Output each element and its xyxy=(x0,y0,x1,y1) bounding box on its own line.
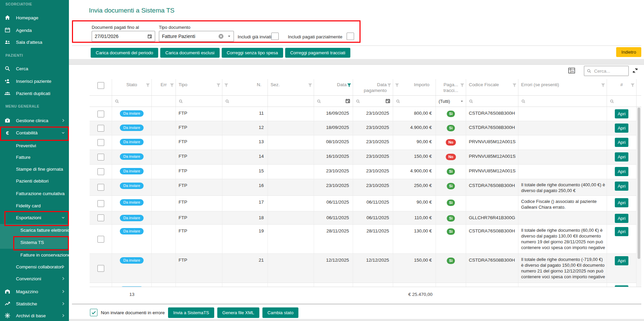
sidebar-item-statistiche[interactable]: Statistiche xyxy=(0,299,69,309)
column-header-tipo[interactable]: Tipo xyxy=(176,79,222,95)
include-sent-checkbox[interactable] xyxy=(271,33,279,40)
open-document-button[interactable]: Apri xyxy=(615,152,628,162)
open-document-button[interactable]: Apri xyxy=(615,198,628,207)
filter-funnel-icon[interactable] xyxy=(630,83,635,88)
sidebar-item-stampe-di-fine-giornata[interactable]: Stampe di fine giornata xyxy=(0,164,69,174)
row-checkbox[interactable] xyxy=(97,214,104,221)
column-header-sel[interactable] xyxy=(90,79,112,95)
column-header-sez[interactable]: Sez. xyxy=(268,79,314,95)
select-all-checkbox[interactable] xyxy=(97,82,104,89)
sidebar-item-esportazioni[interactable]: Esportazioni xyxy=(0,212,69,223)
column-header-tracciato[interactable]: Paga... tracci... xyxy=(436,79,466,95)
filter-funnel-icon[interactable] xyxy=(512,83,517,88)
sidebar-item-fatture[interactable]: Fatture xyxy=(0,152,69,162)
filter-cell-importo[interactable] xyxy=(393,96,436,107)
vertical-scrollbar[interactable] xyxy=(637,107,641,287)
open-document-button[interactable]: Apri xyxy=(615,124,628,133)
sidebar-item-convenzioni[interactable]: Convenzioni xyxy=(0,273,69,284)
table-search-input[interactable] xyxy=(593,68,628,74)
document-type-value[interactable] xyxy=(159,31,217,41)
sidebar-item-magazzino[interactable]: Magazzino xyxy=(0,286,69,297)
sidebar-item-archivi-di-base[interactable]: Archivi di base xyxy=(0,310,69,321)
row-checkbox[interactable] xyxy=(97,265,104,272)
correggi-senza-tipo-spesa-button[interactable]: Correggi senza tipo spesa xyxy=(222,48,283,58)
sidebar-item-sistema-ts[interactable]: Sistema TS xyxy=(0,237,69,247)
filter-funnel-icon[interactable] xyxy=(347,83,351,88)
sidebar-item-sala-d-attesa[interactable]: Sala d'attesa xyxy=(0,37,69,47)
open-document-button[interactable]: Apri xyxy=(615,227,628,236)
column-header-cf[interactable]: Codice Fiscale xyxy=(466,79,518,95)
column-header-data[interactable]: Data xyxy=(314,79,353,95)
filter-cell-pag[interactable] xyxy=(353,96,393,107)
column-header-pag[interactable]: Data pagamento xyxy=(353,79,393,95)
genera-file-xml-button[interactable]: Genera file XML xyxy=(217,307,259,318)
carica-documenti-del-periodo-button[interactable]: Carica documenti del periodo xyxy=(91,48,158,58)
row-checkbox[interactable] xyxy=(97,154,104,160)
sidebar-item-fatturazione-cumulativa[interactable]: Fatturazione cumulativa xyxy=(0,188,69,199)
filter-cell-data[interactable] xyxy=(314,96,353,107)
filter-funnel-icon[interactable] xyxy=(460,83,464,88)
filter-cell-tipo[interactable] xyxy=(176,96,222,107)
filter-cell-n[interactable] xyxy=(222,96,268,107)
column-header-importo[interactable]: Importo xyxy=(393,79,436,95)
invia-a-sistemats-button[interactable]: Invia a SistemaTS xyxy=(168,307,214,318)
open-document-button[interactable]: Apri xyxy=(615,214,628,223)
open-document-button[interactable]: Apri xyxy=(615,285,628,287)
back-button[interactable]: Indietro xyxy=(616,47,641,57)
sidebar-item-inserisci-paziente[interactable]: Inserisci paziente xyxy=(0,76,69,86)
filter-cell-tracciato[interactable]: (Tutti) xyxy=(436,96,466,107)
scrollbar-thumb[interactable] xyxy=(638,108,640,259)
row-checkbox[interactable] xyxy=(97,111,104,117)
column-header-errore[interactable]: Errori (se presenti) xyxy=(518,79,607,95)
calendar-picker-icon[interactable] xyxy=(147,31,152,41)
filter-funnel-icon[interactable] xyxy=(395,83,399,88)
row-checkbox[interactable] xyxy=(97,200,104,207)
refresh-icon[interactable] xyxy=(632,68,638,74)
filter-funnel-icon[interactable] xyxy=(308,83,312,88)
document-type-select[interactable] xyxy=(159,31,234,42)
sidebar-item-pazienti-debitori[interactable]: Pazienti debitori xyxy=(0,176,69,186)
carica-documenti-esclusi-button[interactable]: Carica documenti esclusi xyxy=(160,48,220,58)
sidebar-item-cerca[interactable]: Cerca xyxy=(0,63,69,74)
filter-cell-cf[interactable] xyxy=(466,96,518,107)
sidebar-item-homepage[interactable]: Homepage xyxy=(0,13,69,23)
open-document-button[interactable]: Apri xyxy=(615,109,628,118)
filter-funnel-icon[interactable] xyxy=(170,83,174,88)
column-header-n[interactable]: N. xyxy=(222,79,268,95)
sidebar-item-scarica-fatture-elettroniche[interactable]: Scarica fatture elettroniche xyxy=(0,225,69,235)
sidebar-item-compensi-collaboratori[interactable]: Compensi collaboratori xyxy=(0,262,69,272)
filter-funnel-icon[interactable] xyxy=(224,83,228,88)
row-checkbox[interactable] xyxy=(97,184,104,191)
filter-cell-apri[interactable] xyxy=(607,96,637,107)
tracked-filter-value[interactable]: (Tutti) xyxy=(439,99,450,104)
include-partial-checkbox[interactable] xyxy=(347,33,354,40)
cambia-stato-button[interactable]: Cambia stato xyxy=(262,307,299,318)
open-document-button[interactable]: Apri xyxy=(615,138,628,147)
clear-selection-icon[interactable] xyxy=(218,31,224,41)
column-header-stato[interactable]: Stato xyxy=(112,79,152,95)
sidebar-item-fidelity-card[interactable]: Fidelity card xyxy=(0,201,69,211)
sidebar-item-pazienti-duplicati[interactable]: Pazienti duplicati xyxy=(0,88,69,98)
xlsx-export-icon[interactable]: xls xyxy=(568,68,575,74)
column-header-apri[interactable]: # xyxy=(607,79,637,95)
filter-cell-errore[interactable] xyxy=(518,96,607,107)
date-filter-input[interactable] xyxy=(92,31,148,41)
table-search-field[interactable] xyxy=(584,66,629,76)
sidebar-item-contabilit[interactable]: €Contabilità xyxy=(0,128,69,138)
filter-cell-stato[interactable] xyxy=(112,96,152,107)
row-checkbox[interactable] xyxy=(97,139,104,146)
open-document-button[interactable]: Apri xyxy=(615,182,628,191)
row-checkbox[interactable] xyxy=(97,125,104,132)
skip-errors-checkbox[interactable] xyxy=(90,309,97,316)
row-checkbox[interactable] xyxy=(97,168,104,175)
filter-funnel-icon[interactable] xyxy=(146,83,150,88)
filter-funnel-icon[interactable] xyxy=(601,83,605,88)
row-checkbox[interactable] xyxy=(97,236,104,243)
open-document-button[interactable]: Apri xyxy=(615,256,628,265)
sidebar-item-preventivi[interactable]: Preventivi xyxy=(0,140,69,151)
sidebar-item-gestione-clinica[interactable]: Gestione clinica xyxy=(0,115,69,126)
filter-funnel-icon[interactable] xyxy=(387,83,391,88)
correggi-pagamenti-tracciati-button[interactable]: Correggi pagamenti tracciati xyxy=(285,48,351,58)
sidebar-item-fatture-in-conservazione[interactable]: Fatture in conservazione xyxy=(0,250,69,260)
filter-funnel-icon[interactable] xyxy=(216,83,221,88)
